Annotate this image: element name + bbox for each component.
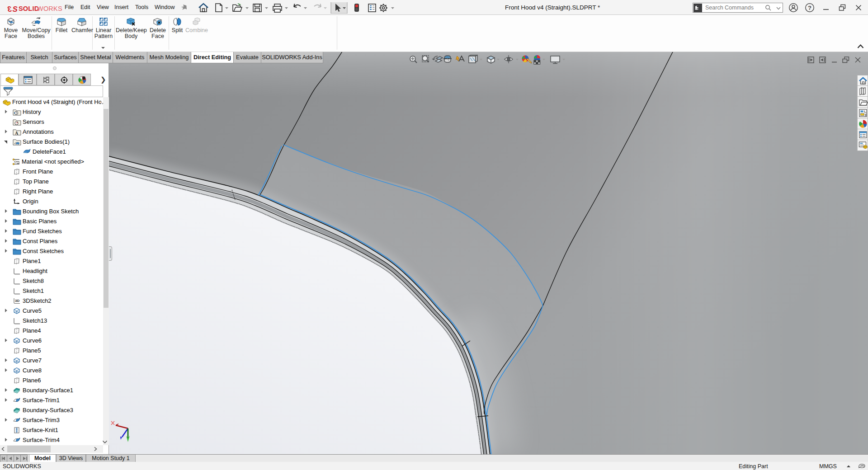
svg-text:3: 3 (7, 5, 12, 14)
svg-text:WORKS: WORKS (37, 5, 62, 12)
svg-text:A: A (15, 131, 18, 136)
svg-text:S: S (13, 5, 18, 14)
svg-text:3D: 3D (15, 299, 19, 303)
svg-text:SOLID: SOLID (19, 5, 39, 12)
svg-text:?: ? (808, 5, 811, 11)
